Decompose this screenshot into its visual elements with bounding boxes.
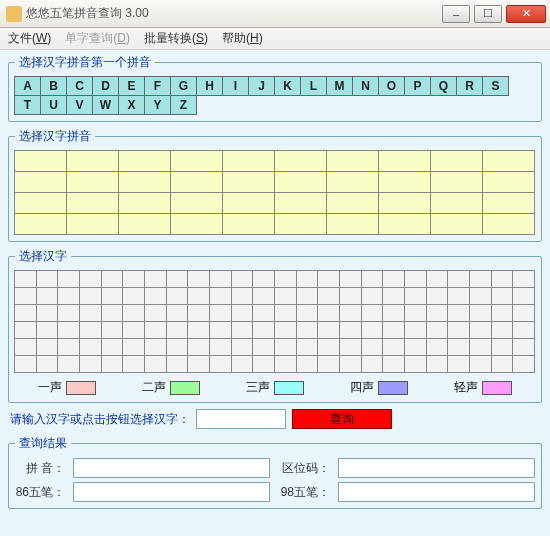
pinyin-cell[interactable] xyxy=(274,171,327,193)
pinyin-cell[interactable] xyxy=(378,150,431,172)
hanzi-cell[interactable] xyxy=(122,304,145,322)
hanzi-cell[interactable] xyxy=(404,287,427,305)
letter-cell-k[interactable]: K xyxy=(274,76,301,96)
hanzi-cell[interactable] xyxy=(447,270,470,288)
close-button[interactable]: ✕ xyxy=(506,5,546,23)
hanzi-cell[interactable] xyxy=(469,287,492,305)
hanzi-cell[interactable] xyxy=(79,321,102,339)
hanzi-cell[interactable] xyxy=(187,287,210,305)
pinyin-cell[interactable] xyxy=(482,213,535,235)
hanzi-cell[interactable] xyxy=(469,270,492,288)
hanzi-cell[interactable] xyxy=(339,338,362,356)
hanzi-cell[interactable] xyxy=(57,321,80,339)
hanzi-cell[interactable] xyxy=(296,355,319,373)
result-pinyin-field[interactable] xyxy=(73,458,270,478)
hanzi-cell[interactable] xyxy=(469,355,492,373)
hanzi-cell[interactable] xyxy=(512,321,535,339)
hanzi-cell[interactable] xyxy=(361,270,384,288)
pinyin-cell[interactable] xyxy=(378,171,431,193)
letter-cell-y[interactable]: Y xyxy=(144,95,171,115)
hanzi-cell[interactable] xyxy=(317,287,340,305)
hanzi-cell[interactable] xyxy=(317,270,340,288)
hanzi-cell[interactable] xyxy=(361,304,384,322)
pinyin-cell[interactable] xyxy=(326,171,379,193)
hanzi-cell[interactable] xyxy=(296,287,319,305)
hanzi-cell[interactable] xyxy=(252,287,275,305)
pinyin-cell[interactable] xyxy=(170,171,223,193)
hanzi-cell[interactable] xyxy=(166,304,189,322)
hanzi-cell[interactable] xyxy=(209,338,232,356)
letter-cell-x[interactable]: X xyxy=(118,95,145,115)
hanzi-cell[interactable] xyxy=(57,355,80,373)
hanzi-cell[interactable] xyxy=(339,287,362,305)
letter-cell-l[interactable]: L xyxy=(300,76,327,96)
hanzi-cell[interactable] xyxy=(447,338,470,356)
hanzi-cell[interactable] xyxy=(361,338,384,356)
hanzi-cell[interactable] xyxy=(144,287,167,305)
hanzi-cell[interactable] xyxy=(274,355,297,373)
hanzi-cell[interactable] xyxy=(274,321,297,339)
hanzi-cell[interactable] xyxy=(252,338,275,356)
hanzi-cell[interactable] xyxy=(512,355,535,373)
hanzi-cell[interactable] xyxy=(36,304,59,322)
pinyin-cell[interactable] xyxy=(274,213,327,235)
maximize-button[interactable]: ☐ xyxy=(474,5,502,23)
hanzi-cell[interactable] xyxy=(296,338,319,356)
hanzi-cell[interactable] xyxy=(512,338,535,356)
hanzi-cell[interactable] xyxy=(339,321,362,339)
pinyin-cell[interactable] xyxy=(66,171,119,193)
hanzi-cell[interactable] xyxy=(274,338,297,356)
hanzi-cell[interactable] xyxy=(426,321,449,339)
minimize-button[interactable]: – xyxy=(442,5,470,23)
letter-cell-t[interactable]: T xyxy=(14,95,41,115)
hanzi-cell[interactable] xyxy=(187,338,210,356)
hanzi-cell[interactable] xyxy=(231,338,254,356)
letter-cell-e[interactable]: E xyxy=(118,76,145,96)
hanzi-cell[interactable] xyxy=(166,338,189,356)
hanzi-cell[interactable] xyxy=(382,321,405,339)
hanzi-cell[interactable] xyxy=(426,287,449,305)
hanzi-cell[interactable] xyxy=(187,355,210,373)
hanzi-cell[interactable] xyxy=(382,304,405,322)
hanzi-cell[interactable] xyxy=(101,355,124,373)
hanzi-cell[interactable] xyxy=(361,287,384,305)
hanzi-cell[interactable] xyxy=(512,287,535,305)
pinyin-cell[interactable] xyxy=(430,192,483,214)
hanzi-cell[interactable] xyxy=(447,355,470,373)
pinyin-cell[interactable] xyxy=(430,213,483,235)
hanzi-cell[interactable] xyxy=(426,355,449,373)
result-wb86-field[interactable] xyxy=(73,482,270,502)
letter-cell-c[interactable]: C xyxy=(66,76,93,96)
letter-cell-u[interactable]: U xyxy=(40,95,67,115)
hanzi-cell[interactable] xyxy=(209,355,232,373)
pinyin-cell[interactable] xyxy=(326,213,379,235)
hanzi-cell[interactable] xyxy=(382,270,405,288)
hanzi-cell[interactable] xyxy=(209,304,232,322)
hanzi-cell[interactable] xyxy=(79,304,102,322)
hanzi-cell[interactable] xyxy=(252,321,275,339)
hanzi-cell[interactable] xyxy=(122,321,145,339)
hanzi-cell[interactable] xyxy=(447,287,470,305)
letter-cell-d[interactable]: D xyxy=(92,76,119,96)
hanzi-cell[interactable] xyxy=(144,355,167,373)
letter-cell-b[interactable]: B xyxy=(40,76,67,96)
pinyin-cell[interactable] xyxy=(326,192,379,214)
hanzi-cell[interactable] xyxy=(382,338,405,356)
result-quwei-field[interactable] xyxy=(338,458,535,478)
pinyin-cell[interactable] xyxy=(430,150,483,172)
hanzi-cell[interactable] xyxy=(317,304,340,322)
hanzi-cell[interactable] xyxy=(252,270,275,288)
letter-cell-r[interactable]: R xyxy=(456,76,483,96)
hanzi-cell[interactable] xyxy=(101,304,124,322)
pinyin-cell[interactable] xyxy=(66,192,119,214)
hanzi-cell[interactable] xyxy=(231,355,254,373)
pinyin-cell[interactable] xyxy=(14,171,67,193)
hanzi-cell[interactable] xyxy=(491,321,514,339)
hanzi-cell[interactable] xyxy=(14,270,37,288)
hanzi-cell[interactable] xyxy=(14,321,37,339)
hanzi-cell[interactable] xyxy=(491,338,514,356)
pinyin-cell[interactable] xyxy=(482,171,535,193)
hanzi-cell[interactable] xyxy=(339,270,362,288)
hanzi-cell[interactable] xyxy=(469,304,492,322)
hanzi-cell[interactable] xyxy=(36,338,59,356)
